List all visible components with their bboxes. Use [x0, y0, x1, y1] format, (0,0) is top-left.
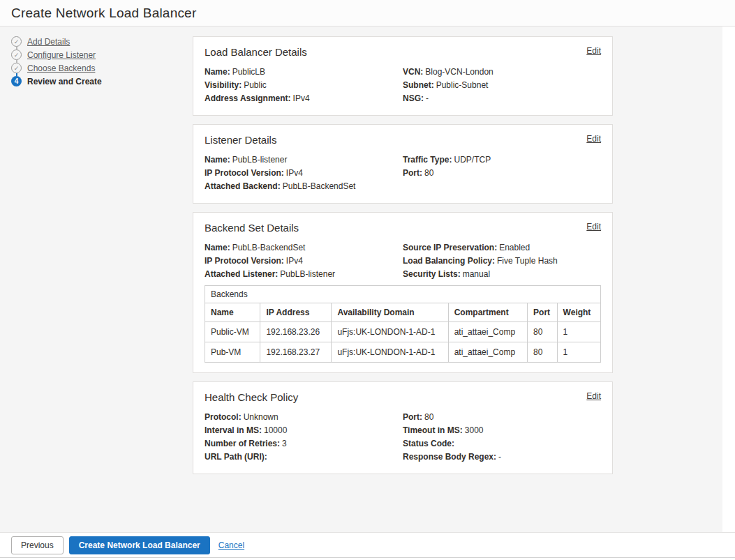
column-header: Name: [205, 303, 260, 322]
content-area: ✓ Add Details ✓ Configure Listener ✓ Cho…: [0, 27, 722, 532]
field-name: Name:PubLB-listener: [205, 153, 403, 167]
edit-backend-set-link[interactable]: Edit: [586, 222, 601, 232]
field-security-lists: Security Lists:manual: [403, 268, 601, 281]
backends-table-header-row: Name IP Address Availability Domain Comp…: [205, 303, 601, 322]
field-visibility: Visibility:Public: [205, 79, 403, 92]
table-row: Pub-VM 192.168.23.27 uFjs:UK-LONDON-1-AD…: [205, 342, 601, 363]
review-cards: Load Balancer Details Edit Name:PublicLB…: [193, 36, 613, 483]
cell-ip-address: 192.168.23.26: [260, 322, 332, 342]
card-title: Health Check Policy: [205, 391, 298, 403]
column-header: Weight: [557, 303, 600, 322]
field-subnet: Subnet:Public-Subnet: [403, 79, 601, 92]
field-url-path: URL Path (URI):: [205, 451, 403, 464]
field-ip-protocol-version: IP Protocol Version:IPv4: [205, 167, 403, 180]
load-balancer-details-card: Load Balancer Details Edit Name:PublicLB…: [193, 36, 613, 116]
check-icon: ✓: [11, 50, 22, 60]
step-review-and-create[interactable]: 4 Review and Create: [11, 76, 102, 86]
backends-table: Backends Name IP Address Availability Do…: [205, 285, 601, 363]
column-header: Availability Domain: [332, 303, 448, 322]
health-check-policy-card: Health Check Policy Edit Protocol:Unknow…: [193, 381, 613, 474]
column-header: Port: [528, 303, 558, 322]
backend-set-details-card: Backend Set Details Edit Name:PubLB-Back…: [193, 212, 613, 373]
field-protocol: Protocol:Unknown: [205, 411, 403, 424]
card-title: Backend Set Details: [205, 222, 299, 234]
cell-ip-address: 192.168.23.27: [260, 342, 332, 363]
step-number-badge: 4: [11, 76, 22, 86]
edit-health-check-link[interactable]: Edit: [586, 391, 601, 401]
create-network-load-balancer-button[interactable]: Create Network Load Balancer: [69, 536, 210, 554]
field-name: Name:PubLB-BackendSet: [205, 241, 403, 255]
title-bar: Create Network Load Balancer: [0, 0, 735, 27]
step-label[interactable]: Add Details: [27, 37, 70, 47]
column-header: Compartment: [448, 303, 527, 322]
step-label: Review and Create: [27, 77, 102, 86]
field-response-body-regex: Response Body Regex:-: [403, 451, 601, 464]
step-label[interactable]: Configure Listener: [27, 50, 96, 60]
cell-availability-domain: uFjs:UK-LONDON-1-AD-1: [332, 342, 448, 363]
step-choose-backends[interactable]: ✓ Choose Backends: [11, 63, 102, 73]
card-title: Load Balancer Details: [205, 46, 307, 58]
cell-compartment: ati_attaei_Comp: [448, 322, 527, 342]
step-label[interactable]: Choose Backends: [27, 63, 95, 73]
page-title: Create Network Load Balancer: [11, 6, 196, 21]
step-configure-listener[interactable]: ✓ Configure Listener: [11, 50, 102, 60]
cancel-link[interactable]: Cancel: [218, 540, 244, 550]
cell-port: 80: [528, 342, 558, 363]
edit-load-balancer-link[interactable]: Edit: [586, 46, 601, 56]
listener-details-card: Listener Details Edit Name:PubLB-listene…: [193, 124, 613, 204]
field-number-of-retries: Number of Retries:3: [205, 437, 403, 451]
field-ip-protocol-version: IP Protocol Version:IPv4: [205, 255, 403, 268]
field-traffic-type: Traffic Type:UDP/TCP: [403, 153, 601, 167]
cell-weight: 1: [557, 322, 600, 342]
edit-listener-link[interactable]: Edit: [586, 134, 601, 144]
field-nsg: NSG:-: [403, 92, 601, 105]
card-title: Listener Details: [205, 134, 276, 146]
field-interval-ms: Interval in MS:10000: [205, 424, 403, 437]
cell-name: Pub-VM: [205, 342, 260, 363]
field-port: Port:80: [403, 411, 601, 424]
cell-name: Public-VM: [205, 322, 260, 342]
column-header: IP Address: [260, 303, 332, 322]
field-timeout-ms: Timeout in MS:3000: [403, 424, 601, 437]
cell-compartment: ati_attaei_Comp: [448, 342, 527, 363]
backends-table-caption: Backends: [205, 286, 601, 303]
previous-button[interactable]: Previous: [11, 536, 64, 554]
field-attached-listener: Attached Listener:PubLB-listener: [205, 268, 403, 281]
table-row: Public-VM 192.168.23.26 uFjs:UK-LONDON-1…: [205, 322, 601, 342]
step-nav: ✓ Add Details ✓ Configure Listener ✓ Cho…: [11, 36, 102, 86]
field-port: Port:80: [403, 167, 601, 180]
cell-port: 80: [528, 322, 558, 342]
field-name: Name:PublicLB: [205, 66, 403, 79]
cell-availability-domain: uFjs:UK-LONDON-1-AD-1: [332, 322, 448, 342]
field-address-assignment: Address Assignment:IPv4: [205, 92, 403, 105]
footer-action-bar: Previous Create Network Load Balancer Ca…: [0, 532, 735, 558]
field-source-ip-preservation: Source IP Preservation:Enabled: [403, 241, 601, 255]
field-load-balancing-policy: Load Balancing Policy:Five Tuple Hash: [403, 255, 601, 268]
field-vcn: VCN:Blog-VCN-London: [403, 66, 601, 79]
cell-weight: 1: [557, 342, 600, 363]
field-attached-backend: Attached Backend:PubLB-BackendSet: [205, 180, 403, 193]
check-icon: ✓: [11, 36, 22, 47]
field-status-code: Status Code:: [403, 437, 601, 451]
check-icon: ✓: [11, 63, 22, 73]
step-add-details[interactable]: ✓ Add Details: [11, 36, 102, 47]
